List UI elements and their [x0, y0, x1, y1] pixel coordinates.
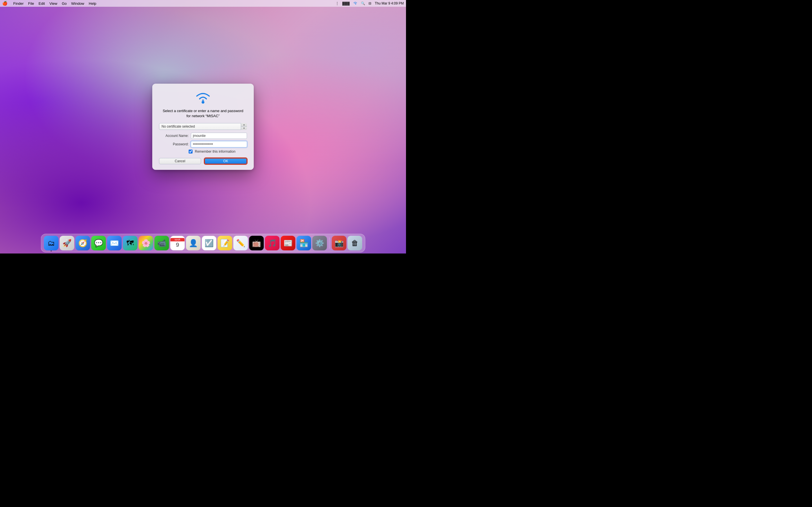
screen-capture-icon: 📸 [335, 239, 344, 247]
appstore-icon: 🏪 [299, 239, 308, 247]
remember-row: Remember this information [159, 150, 247, 154]
dock-separator [329, 237, 329, 249]
menubar-go[interactable]: Go [62, 1, 66, 6]
reminders-icon: ☑️ [205, 239, 214, 247]
calendar-day: 9 [176, 241, 179, 248]
ok-button[interactable]: OK [204, 158, 247, 164]
remember-checkbox[interactable] [189, 150, 193, 154]
menubar-right: ⋮ ▓▓▓ 🔍 ⊟ Thu Mar 9 4:09 PM [336, 1, 404, 6]
modal-overlay: Select a certificate or enter a name and… [0, 0, 406, 253]
remember-label[interactable]: Remember this information [195, 150, 236, 154]
account-name-label: Account Name: [159, 134, 189, 138]
dock-item-messages[interactable]: 💬 [91, 236, 106, 250]
maps-icon: 🗺 [126, 239, 134, 247]
safari-icon: 🧭 [79, 239, 87, 247]
dock-item-facetime[interactable]: 📹 [154, 236, 169, 250]
system-preferences-icon: ⚙️ [315, 239, 324, 247]
trash-icon: 🗑 [351, 239, 359, 247]
menubar-edit[interactable]: Edit [39, 1, 45, 6]
menubar-app-name[interactable]: Finder [13, 1, 24, 6]
calendar-month: MAR [170, 238, 185, 241]
menubar-window[interactable]: Window [71, 1, 84, 6]
dock-item-system-preferences[interactable]: ⚙️ [312, 236, 327, 250]
cert-stepper-down[interactable]: ▼ [241, 127, 247, 130]
dock-item-mail[interactable]: ✉️ [107, 236, 122, 250]
menubar-view[interactable]: View [49, 1, 57, 6]
news-icon: 📰 [284, 239, 293, 247]
dock-item-trash[interactable]: 🗑 [348, 236, 362, 250]
certificate-stepper[interactable]: ▲ ▼ [241, 123, 247, 130]
menubar-file[interactable]: File [28, 1, 34, 6]
dock-item-photos[interactable]: 🌸 [139, 236, 153, 250]
wifi-menubar-icon[interactable] [353, 1, 357, 6]
cert-stepper-up[interactable]: ▲ [241, 123, 247, 127]
menubar: 🍎 Finder File Edit View Go Window Help ⋮… [0, 0, 406, 7]
facetime-icon: 📹 [157, 239, 166, 247]
contacts-icon: 👤 [189, 239, 198, 247]
dock-item-news[interactable]: 📰 [281, 236, 296, 250]
password-label: Password: [159, 142, 189, 146]
dock-item-freeform[interactable]: ✏️ [234, 236, 248, 250]
dialog-buttons: Cancel OK [159, 158, 247, 164]
dialog-title-line1: Select a certificate or enter a name and… [163, 109, 243, 113]
dialog-title-line2: for network “MtSAC” [186, 114, 220, 118]
finder-dot [51, 250, 52, 251]
account-name-input[interactable] [191, 133, 247, 139]
dock-item-reminders[interactable]: ☑️ [202, 236, 216, 250]
account-name-row: Account Name: [159, 133, 247, 139]
menubar-left: 🍎 Finder File Edit View Go Window Help [2, 1, 96, 6]
dialog-title: Select a certificate or enter a name and… [163, 108, 243, 119]
dock-item-launchpad[interactable]: 🚀 [60, 236, 74, 250]
dock-item-screen-capture[interactable]: 📸 [332, 236, 347, 250]
cancel-button[interactable]: Cancel [159, 158, 201, 164]
dock-item-appstore[interactable]: 🏪 [297, 236, 311, 250]
music-icon: 🎵 [268, 239, 277, 247]
freeform-icon: ✏️ [236, 239, 245, 247]
notes-icon: 📝 [220, 239, 230, 247]
mail-icon: ✉️ [110, 239, 119, 247]
finder-icon: 🗂 [48, 239, 55, 247]
dock-item-finder[interactable]: 🗂 [44, 236, 59, 250]
extensions-icon: ⋮ [336, 1, 339, 5]
svg-point-0 [202, 101, 204, 104]
messages-icon: 💬 [94, 239, 103, 247]
certificate-select[interactable]: No certificate selected [159, 123, 247, 130]
menubar-help[interactable]: Help [89, 1, 96, 6]
dock-item-appletv[interactable]: 📺 [249, 236, 264, 250]
dock-item-maps[interactable]: 🗺 [123, 236, 138, 250]
search-menubar-icon[interactable]: 🔍 [361, 1, 365, 5]
control-center-icon[interactable]: ⊟ [368, 1, 371, 5]
datetime-display[interactable]: Thu Mar 9 4:09 PM [375, 1, 404, 5]
dock-item-notes[interactable]: 📝 [218, 236, 232, 250]
dock: 🗂 🚀 🧭 💬 ✉️ 🗺 🌸 📹 MAR 9 👤 ☑️ 📝 [41, 234, 365, 252]
password-row: Password: [159, 141, 247, 147]
launchpad-icon: 🚀 [63, 239, 71, 247]
wifi-dialog-icon [195, 91, 211, 105]
dock-item-safari[interactable]: 🧭 [75, 236, 90, 250]
password-input[interactable] [191, 141, 247, 147]
dock-item-music[interactable]: 🎵 [265, 236, 280, 250]
appletv-icon: 📺 [252, 239, 261, 247]
photos-icon: 🌸 [142, 239, 151, 247]
dock-item-calendar[interactable]: MAR 9 [170, 236, 185, 250]
dock-item-contacts[interactable]: 👤 [186, 236, 201, 250]
wifi-auth-dialog: Select a certificate or enter a name and… [152, 83, 254, 170]
apple-menu[interactable]: 🍎 [2, 1, 8, 6]
battery-icon: ▓▓▓ [342, 1, 350, 5]
certificate-dropdown-container[interactable]: No certificate selected ▲ ▼ [159, 123, 247, 130]
